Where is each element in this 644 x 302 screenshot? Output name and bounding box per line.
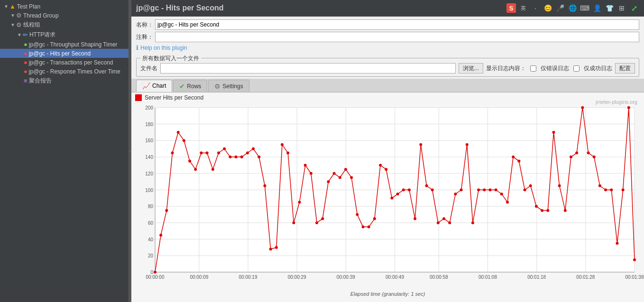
svg-point-126 [610,189,613,192]
svg-point-119 [570,156,572,158]
svg-point-86 [379,164,382,166]
svg-text:00:00:09: 00:00:09 [190,275,208,280]
error-log-checkbox[interactable] [530,65,536,72]
help-link[interactable]: Help on this plugin [140,45,187,51]
sidebar-item-label: jp@gc - Hits per Second [29,50,91,57]
page-title: jp@gc - Hits per Second [136,4,224,12]
svg-text:80: 80 [148,204,154,209]
sidebar-item-aggregate[interactable]: ≡ 聚合报告 [0,76,129,86]
svg-point-59 [223,147,226,150]
sidebar-item-thread-group-cn[interactable]: ▼ ⚙ 线程组 [0,20,129,30]
browse-button[interactable]: 浏览... [459,63,483,73]
emoji-icon[interactable]: 😊 [543,3,553,13]
keyboard-icon[interactable]: ⌨ [580,3,590,13]
user-icon[interactable]: 👤 [592,3,602,13]
x-axis-label: Elapsed time (granularity: 1 sec) [136,291,639,297]
svg-point-60 [229,156,231,158]
sidebar-item-response-times[interactable]: ● jp@gc - Response Times Over Time [0,67,129,76]
svg-point-103 [477,189,480,192]
legend-label: Server Hits per Second [145,94,203,101]
svg-point-105 [488,189,491,192]
svg-point-71 [292,221,295,224]
svg-point-115 [546,209,549,212]
svg-point-90 [402,189,405,192]
arrow-icon: ▼ [4,4,9,9]
s-brand-icon[interactable]: S [506,3,516,13]
response-times-icon: ● [24,68,28,75]
svg-text:60: 60 [148,220,154,226]
file-input[interactable] [160,63,456,73]
file-section: 所有数据写入一个文件 文件名 浏览... 显示日志内容： 仅错误日志 仅成功日志… [136,58,639,77]
grid-icon[interactable]: ⊞ [616,3,627,13]
svg-point-95 [431,189,434,192]
sidebar-item-label: jp@gc - Throughput Shaping Timer [29,41,118,48]
svg-point-48 [159,234,162,237]
svg-point-112 [529,184,532,187]
header-toolbar: S 英 · 😊 🎤 🌐 ⌨ 👤 👕 ⊞ ⤢ [506,3,639,13]
http-request-icon: ✏ [23,31,28,38]
svg-point-75 [315,221,318,224]
svg-point-110 [517,160,520,163]
sidebar-item-label: 线程组 [23,21,40,29]
svg-point-81 [350,176,353,179]
sidebar-item-transactions[interactable]: ● jp@gc - Transactions per Second [0,58,129,67]
mic-icon[interactable]: 🎤 [555,3,565,13]
svg-point-47 [154,271,156,274]
tshirt-icon[interactable]: 👕 [604,3,615,13]
sidebar-item-test-plan[interactable]: ▼ ▲ Test Plan [0,2,129,11]
svg-text:00:00:49: 00:00:49 [386,275,404,280]
test-plan-icon: ▲ [9,3,16,10]
svg-point-123 [593,156,596,158]
svg-point-93 [419,143,422,146]
svg-point-80 [344,168,347,171]
tab-rows[interactable]: ✔ Rows [173,80,207,92]
svg-point-55 [200,151,202,154]
svg-point-104 [483,189,486,192]
arrow-icon: ▼ [10,13,15,18]
transactions-icon: ● [24,59,28,66]
svg-point-111 [524,189,526,192]
tab-chart-label: Chart [152,82,166,89]
tab-chart[interactable]: 📈 Chart [136,80,172,92]
svg-point-76 [321,217,324,220]
svg-text:00:00:58: 00:00:58 [430,275,448,280]
svg-point-121 [581,106,584,109]
svg-point-108 [506,201,509,204]
svg-text:00:01:28: 00:01:28 [576,275,595,280]
svg-point-128 [622,189,625,192]
svg-text:00:01:38: 00:01:38 [626,275,644,280]
tab-settings-label: Settings [222,83,243,90]
hits-icon: ● [24,50,28,57]
name-input[interactable] [155,19,639,30]
sidebar-item-http-request[interactable]: ▼ ✏ HTTP请求 [0,30,129,40]
svg-point-122 [587,151,590,154]
svg-point-99 [454,192,457,195]
svg-text:00:00:19: 00:00:19 [239,275,258,280]
svg-point-79 [339,176,341,179]
svg-point-67 [269,247,272,250]
success-log-checkbox[interactable] [573,65,580,72]
svg-point-84 [368,226,370,229]
svg-point-77 [327,180,330,183]
svg-point-64 [252,147,255,150]
svg-point-82 [356,213,359,216]
svg-point-100 [460,189,463,192]
main-content: jp@gc - Hits per Second S 英 · 😊 🎤 🌐 ⌨ 👤 … [131,0,644,302]
sidebar-item-thread-group[interactable]: ▼ ⚙ Thread Group [0,11,129,20]
svg-text:120: 120 [145,171,153,176]
expand-icon[interactable]: ⤢ [629,3,639,13]
form-area: 名称： 注释： ℹ Help on this plugin [131,17,644,56]
legend-color-box [135,94,142,101]
sidebar-item-throughput[interactable]: ● jp@gc - Throughput Shaping Timer [0,40,129,49]
tab-settings[interactable]: ⚙ Settings [208,80,249,92]
settings-icon: ⚙ [214,82,221,90]
comment-input[interactable] [155,32,639,42]
svg-text:140: 140 [145,155,153,160]
language-icon[interactable]: 英 [518,3,528,13]
svg-point-120 [575,151,578,154]
config-button[interactable]: 配置 [615,63,635,73]
network-icon[interactable]: 🌐 [567,3,578,13]
svg-point-129 [627,106,630,109]
svg-point-57 [212,168,214,171]
sidebar-item-hits-per-second[interactable]: ● jp@gc - Hits per Second [0,49,129,58]
